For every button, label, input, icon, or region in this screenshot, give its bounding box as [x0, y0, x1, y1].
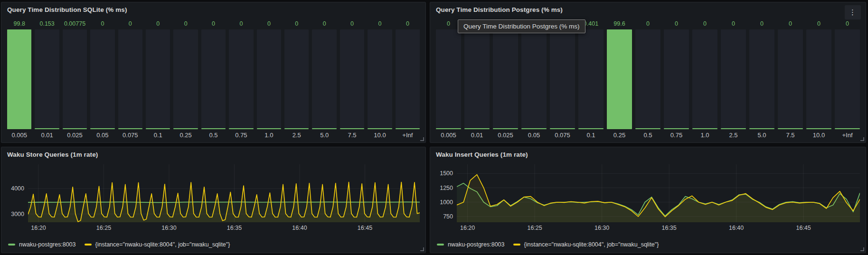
- histogram-bar: 00.1: [146, 19, 170, 141]
- histogram-bar: 05.0: [749, 19, 774, 141]
- bar-fill: [90, 128, 114, 129]
- x-axis-label: 16:40: [729, 225, 744, 231]
- legend-item[interactable]: nwaku-postgres:8003: [8, 241, 76, 248]
- histogram-bar: 010.0: [368, 19, 392, 141]
- plot-area[interactable]: [457, 164, 860, 222]
- panel-resize-handle[interactable]: [860, 247, 864, 251]
- bar-track: [521, 29, 547, 129]
- panel-menu-button[interactable]: ⋮: [845, 5, 861, 19]
- bar-axis-label: 5.0: [749, 129, 774, 141]
- bar-track: [201, 29, 226, 129]
- bar-fill: [284, 128, 309, 129]
- bar-track: [806, 29, 831, 129]
- panel-query-time-distribution-postgres: Query Time Distribution Postgres (% ms) …: [430, 2, 866, 143]
- bar-value-label: 0: [257, 19, 281, 28]
- bar-track: [284, 29, 309, 129]
- bar-value-label: 0: [692, 19, 717, 28]
- histogram-bar: 00.05: [521, 19, 547, 141]
- y-axis-label: 750: [443, 213, 453, 220]
- bar-track: [578, 29, 604, 129]
- panel-resize-handle[interactable]: [860, 137, 864, 141]
- bar-fill: [7, 29, 31, 129]
- histogram-bar: 00.01: [464, 19, 490, 141]
- bar-track: [493, 29, 518, 129]
- histogram-bar: 00.5: [635, 19, 660, 141]
- bar-track: [778, 29, 803, 129]
- legend-swatch-icon: [8, 244, 15, 246]
- bar-fill: [550, 128, 575, 129]
- histogram-bar: 00.075: [550, 19, 575, 141]
- bar-axis-label: 0.005: [436, 129, 461, 141]
- bar-track: [692, 29, 717, 129]
- panel-resize-handle[interactable]: [420, 247, 424, 251]
- bar-fill: [312, 128, 336, 129]
- histogram-bar: 0.007750.025: [63, 19, 87, 141]
- bar-track: [340, 29, 364, 129]
- time-series-chart: 150012501000750 16:2016:2516:3016:3516:4…: [434, 164, 860, 232]
- bar-value-label: 99.8: [7, 19, 31, 28]
- bar-fill: [778, 128, 803, 129]
- bar-axis-label: 0.025: [493, 129, 518, 141]
- bar-track: [118, 29, 142, 129]
- panel-waku-insert-queries: Waku Insert Queries (1m rate) 1500125010…: [430, 147, 866, 253]
- bar-fill: [118, 128, 142, 129]
- bar-axis-label: +Inf: [835, 129, 860, 141]
- histogram-bar: 00.25: [173, 19, 198, 141]
- bar-axis-label: 10.0: [368, 129, 392, 141]
- histogram-bar: 00.75: [664, 19, 689, 141]
- bar-fill: [396, 128, 420, 129]
- bar-axis-label: 7.5: [778, 129, 803, 141]
- bar-fill: [635, 128, 660, 129]
- panel-resize-handle[interactable]: [420, 137, 424, 141]
- histogram-bar: 0+Inf: [396, 19, 420, 141]
- x-axis-label: 16:25: [527, 225, 542, 231]
- bar-value-label: 0: [201, 19, 226, 28]
- legend-swatch-icon: [513, 244, 520, 246]
- line-chart-svg: [28, 164, 420, 222]
- bar-axis-label: 0.005: [7, 129, 31, 141]
- legend-swatch-icon: [85, 244, 92, 246]
- legend-item[interactable]: {instance="nwaku-sqlite:8004", job="nwak…: [513, 241, 659, 248]
- bar-axis-label: 0.01: [35, 129, 59, 141]
- panel-title[interactable]: Query Time Distribution SQLite (% ms): [1, 2, 425, 18]
- panel-title[interactable]: Waku Insert Queries (1m rate): [430, 147, 866, 162]
- bar-value-label: 0: [635, 19, 660, 28]
- histogram-bar-chart: 99.80.0050.1530.010.007750.02500.0500.07…: [7, 19, 420, 141]
- histogram-bar: 01.0: [257, 19, 281, 141]
- panel-title[interactable]: Query Time Distribution Postgres (% ms): [430, 2, 866, 18]
- bar-axis-label: 7.5: [340, 129, 364, 141]
- bar-track: [721, 29, 746, 129]
- bar-axis-label: 0.5: [635, 129, 660, 141]
- bar-fill: [368, 128, 392, 129]
- histogram-bar: 99.60.25: [607, 19, 632, 141]
- histogram-bar: 00.075: [118, 19, 142, 141]
- x-axis-label: 16:35: [227, 225, 242, 231]
- panel-waku-store-queries: Waku Store Queries (1m rate) 40003000 16…: [1, 147, 426, 253]
- panel-title[interactable]: Waku Store Queries (1m rate): [1, 147, 425, 162]
- histogram-bar: 0.4010.1: [578, 19, 604, 141]
- bar-fill: [257, 128, 281, 129]
- histogram-bar: 01.0: [692, 19, 717, 141]
- plot-area[interactable]: [28, 164, 420, 222]
- bar-track: [173, 29, 198, 129]
- y-axis: 40003000: [5, 164, 28, 222]
- bar-track: [63, 29, 87, 129]
- bar-value-label: 0: [778, 19, 803, 28]
- bar-axis-label: 10.0: [806, 129, 831, 141]
- bar-value-label: 0: [229, 19, 253, 28]
- bar-value-label: 0: [721, 19, 746, 28]
- bar-axis-label: +Inf: [396, 129, 420, 141]
- grafana-dashboard: Query Time Distribution SQLite (% ms) 99…: [0, 0, 868, 255]
- kebab-menu-icon: ⋮: [849, 8, 857, 17]
- legend-item[interactable]: nwaku-postgres:8003: [437, 241, 505, 248]
- legend-item[interactable]: {instance="nwaku-sqlite:8004", job="nwak…: [85, 241, 230, 248]
- histogram-bar: 07.5: [340, 19, 364, 141]
- bar-track: [35, 29, 59, 129]
- bar-fill: [721, 128, 746, 129]
- bar-fill: [607, 29, 632, 129]
- histogram-bar: 02.5: [284, 19, 309, 141]
- bar-track: [436, 29, 461, 129]
- legend-label: {instance="nwaku-sqlite:8004", job="nwak…: [95, 241, 230, 248]
- x-axis: 16:2016:2516:3016:3516:4016:45: [457, 222, 860, 232]
- histogram-bar: 00.025: [493, 19, 518, 141]
